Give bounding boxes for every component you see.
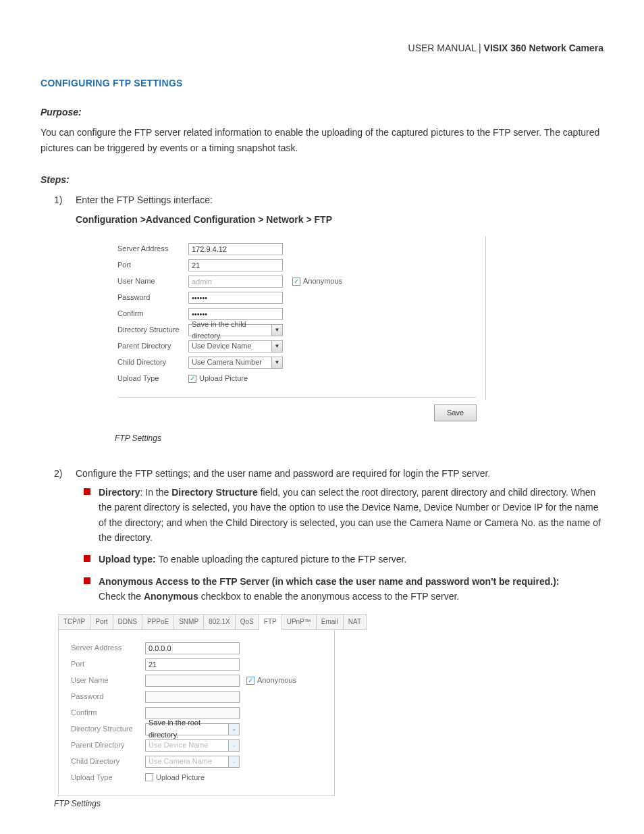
step-2-text: Configure the FTP settings; and the user… [76, 468, 490, 479]
select-dir-struct[interactable]: Save in the child directory. ▼ [188, 324, 283, 336]
purpose-text: You can configure the FTP server related… [41, 125, 603, 155]
chevron-down-icon: ⌄ [228, 724, 239, 735]
tab-pppoe[interactable]: PPPoE [142, 614, 174, 630]
checkbox-anonymous-2[interactable]: ✓ Anonymous [246, 675, 296, 687]
label-anonymous: Anonymous [303, 276, 342, 288]
input-port[interactable]: 21 [188, 259, 283, 271]
select-parent-dir[interactable]: Use Device Name ▼ [188, 340, 283, 353]
chevron-down-icon: ▼ [271, 325, 282, 336]
label-dir-struct-2: Directory Structure [71, 723, 145, 735]
label-username-2: User Name [71, 675, 145, 687]
select-dir-struct-2[interactable]: Save in the root directory. ⌄ [145, 723, 240, 735]
label-parent-dir-2: Parent Directory [71, 739, 145, 752]
step-2-num: 2) [54, 466, 66, 611]
bullet-anonymous: Anonymous Access to the FTP Server (in w… [84, 574, 603, 604]
input-password-2[interactable] [145, 691, 240, 703]
select-parent-dir-2[interactable]: Use Device Name ⌄ [145, 739, 240, 752]
ftp-settings-screenshot-2: TCP/IP Port DDNS PPPoE SNMP 802.1X QoS F… [58, 614, 335, 797]
square-bullet-icon [84, 555, 90, 562]
step-1: 1) Enter the FTP Settings interface: [54, 192, 603, 207]
input-username[interactable]: admin [188, 276, 283, 288]
checkbox-upload-picture[interactable]: ✓ Upload Picture [188, 373, 248, 385]
ftp-settings-screenshot-1: Server Address 172.9.4.12 Port 21 User N… [108, 236, 486, 428]
tab-ftp[interactable]: FTP [259, 614, 282, 630]
select-child-dir[interactable]: Use Camera Number ▼ [188, 357, 283, 369]
label-dir-struct: Directory Structure [117, 324, 188, 336]
screenshot-2-caption: FTP Settings [54, 798, 603, 810]
label-upload-picture: Upload Picture [199, 373, 248, 385]
bullet-upload-type: Upload type: To enable uploading the cap… [84, 552, 603, 567]
tab-tcpip[interactable]: TCP/IP [59, 614, 90, 630]
nav-path: Configuration >Advanced Configuration > … [76, 212, 603, 227]
checkbox-anonymous[interactable]: ✓ Anonymous [292, 276, 342, 288]
input-server-address-2[interactable]: 0.0.0.0 [145, 642, 240, 654]
step-1-text: Enter the FTP Settings interface: [76, 192, 603, 207]
input-username-2[interactable] [145, 675, 240, 687]
chevron-down-icon: ▼ [271, 341, 282, 352]
label-upload-type: Upload Type [117, 373, 188, 385]
screenshot-1-caption: FTP Settings [115, 432, 603, 445]
header-product: VISIX 360 Network Camera [484, 43, 603, 53]
input-password[interactable]: •••••• [188, 292, 283, 304]
purpose-label: Purpose: [41, 105, 603, 120]
label-port-2: Port [71, 658, 145, 671]
checkbox-upload-picture-2[interactable]: . Upload Picture [145, 772, 205, 784]
label-parent-dir: Parent Directory [117, 340, 188, 353]
tab-nat[interactable]: NAT [344, 614, 367, 630]
chevron-down-icon: ▼ [271, 357, 282, 368]
tab-email[interactable]: Email [317, 614, 344, 630]
chevron-down-icon: ⌄ [228, 756, 239, 767]
chevron-down-icon: ⌄ [228, 740, 239, 751]
tab-upnp[interactable]: UPnP™ [282, 614, 317, 630]
steps-label: Steps: [41, 172, 603, 187]
header-left: USER MANUAL | [408, 43, 484, 53]
section-title: CONFIGURING FTP SETTINGS [41, 76, 603, 90]
bullet-directory: Directory: In the Directory Structure fi… [84, 485, 603, 546]
label-child-dir-2: Child Directory [71, 756, 145, 768]
input-port-2[interactable]: 21 [145, 658, 240, 671]
label-username: User Name [117, 276, 188, 288]
label-port: Port [117, 259, 188, 271]
tab-ddns[interactable]: DDNS [113, 614, 142, 630]
label-child-dir: Child Directory [117, 357, 188, 369]
label-upload-type-2: Upload Type [71, 772, 145, 784]
step-1-num: 1) [54, 192, 66, 207]
tab-qos[interactable]: QoS [236, 614, 259, 630]
tab-8021x[interactable]: 802.1X [204, 614, 236, 630]
save-button[interactable]: Save [434, 405, 477, 422]
label-upload-picture-2: Upload Picture [156, 772, 205, 784]
step-2: 2) Configure the FTP settings; and the u… [54, 466, 603, 611]
square-bullet-icon [84, 577, 90, 584]
network-tabs: TCP/IP Port DDNS PPPoE SNMP 802.1X QoS F… [58, 614, 335, 630]
label-confirm: Confirm [117, 308, 188, 320]
input-server-address[interactable]: 172.9.4.12 [188, 243, 283, 255]
select-child-dir-2[interactable]: Use Camera Name ⌄ [145, 756, 240, 768]
label-server-address: Server Address [117, 243, 188, 255]
square-bullet-icon [84, 488, 90, 495]
page-header: USER MANUAL | VISIX 360 Network Camera [41, 41, 603, 55]
tab-snmp[interactable]: SNMP [174, 614, 204, 630]
label-password-2: Password [71, 691, 145, 703]
label-anonymous-2: Anonymous [257, 675, 296, 687]
tab-port[interactable]: Port [90, 614, 113, 630]
label-confirm-2: Confirm [71, 707, 145, 719]
check-icon: ✓ [292, 278, 300, 286]
label-server-address-2: Server Address [71, 642, 145, 654]
checkbox-icon: . [145, 773, 153, 781]
check-icon: ✓ [188, 375, 196, 383]
label-password: Password [117, 292, 188, 304]
check-icon: ✓ [246, 677, 254, 685]
